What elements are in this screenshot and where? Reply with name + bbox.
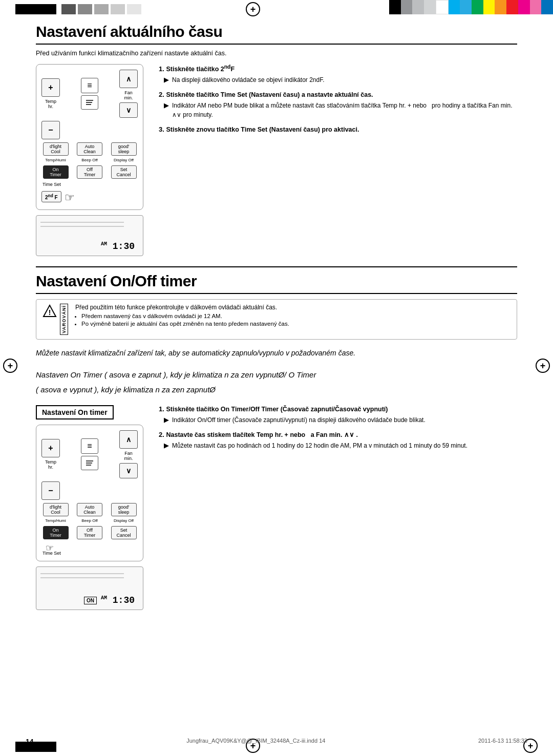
fan-down-btn[interactable]: ∨ (119, 102, 138, 118)
timeset-row-2: Time Set (41, 542, 138, 556)
page-footer: 14 Jungfrau_AQV09K&Y@@_IBIM_32448A_Cz-ii… (26, 738, 527, 746)
secondf-row: 2nd F ☞ (41, 189, 138, 204)
fan-col-2: ∧ Fanmin. ∨ (119, 430, 138, 478)
fan-up-btn[interactable]: ∧ (119, 70, 138, 88)
off-timer-btn[interactable]: OffTimer (77, 165, 102, 179)
steps-list-2: Stiskněte tlačítko On Timer/Off Timer (Č… (159, 405, 517, 450)
on-timer-btn-2[interactable]: OnTimer (43, 526, 69, 539)
ontimer-step2-title: Nastavte čas stiskem tlačítek Temp hr. +… (166, 431, 357, 438)
temphumi-label-2: Temp/Humi (45, 518, 66, 523)
display-line-4 (40, 577, 124, 578)
displayoff-cell-2: Display Off (110, 518, 138, 523)
ontimer-step-1: Stiskněte tlačítko On Timer/Off Timer (Č… (159, 405, 517, 425)
off-timer-cell: OffTimer (76, 165, 104, 179)
set-cancel-btn[interactable]: SetCancel (111, 165, 137, 179)
remote-sublabel-row: Temp/Humi Beep Off Display Off (41, 158, 138, 162)
timeset-label: Time Set (41, 182, 61, 187)
svg-text:!: ! (49, 308, 51, 317)
gray-bars-top (61, 4, 141, 14)
section-timer: Nastavení On/Off timer ! VAROVÁNÍ Před p… (36, 272, 517, 610)
footer-right: 2011-6-13 11:58:33 (478, 738, 527, 746)
display-am-1: AM (101, 241, 107, 247)
flow-icon-2: ≡ (81, 438, 98, 454)
set-cancel-btn-2[interactable]: SetCancel (111, 526, 137, 539)
fan-label-2: Fanmin. (124, 451, 133, 461)
ontimer-step2-detail: ▶ Můžete nastavit čas po hodinách od 1 h… (159, 441, 517, 450)
auto-btn[interactable]: AutoClean (77, 142, 102, 156)
remote2-label-row: d'lightCool AutoClean good'sleep (41, 503, 138, 516)
section1-layout: + Temphr. ≡ ∧ Fanmin. ∨ (36, 64, 517, 256)
on-timer-desc: Nastaven On Timer ( asova e zapnut ), kd… (36, 368, 517, 397)
ontimer-step1-title: Stiskněte tlačítko On Timer/Off Timer (Č… (166, 406, 388, 413)
dlight-btn-2[interactable]: d'lightCool (43, 503, 69, 516)
sleep-btn-2[interactable]: good'sleep (111, 503, 137, 516)
section-separator (36, 266, 517, 267)
display-time-2: AM 1:30 (101, 595, 139, 605)
remote-top-row: + Temphr. ≡ ∧ Fanmin. ∨ (41, 70, 138, 118)
displayoff-label-2: Display Off (114, 518, 134, 523)
display-am-2: AM (101, 595, 107, 601)
auto-btn-2[interactable]: AutoClean (77, 503, 102, 516)
warning-icon-area: ! VAROVÁNÍ (42, 304, 70, 335)
auto-cell: AutoClean (76, 142, 104, 156)
section1-title: Nastavení aktuálního času (36, 23, 517, 45)
ontimer-step-2: Nastavte čas stiskem tlačítek Temp hr. +… (159, 431, 517, 450)
temp-plus-btn[interactable]: + (41, 78, 60, 97)
warning-text: Před použitím této funkce překontrolujte… (75, 304, 289, 328)
display-time-value-2: 1:30 (113, 595, 135, 605)
temp-col: + Temphr. (41, 78, 60, 109)
sleep-btn[interactable]: good'sleep (111, 142, 137, 156)
displayoff-cell: Display Off (110, 158, 138, 162)
on-timer-cell: OnTimer (41, 165, 70, 179)
step2-detail: ▶ Indikátor AM nebo PM bude blikat a můž… (159, 101, 517, 119)
display-panel-1: AM 1:30 (36, 215, 143, 256)
remote-middle-row: − (41, 121, 138, 139)
section-time-set: Nastavení aktuálního času Před užíváním … (36, 23, 517, 256)
instructions-1: Stiskněte tlačítko 2ndF ▶ Na displeji dá… (159, 64, 517, 256)
timeset-row: Time Set (41, 182, 138, 187)
beepoff-label-2: Beep Off (81, 518, 97, 523)
steps-list-1: Stiskněte tlačítko 2ndF ▶ Na displeji dá… (159, 64, 517, 133)
section2-layout: Nastavení On timer + Temphr. ≡ (36, 405, 517, 610)
ontimer-step1-text: Indikátor On/Off timer (Časovače zapnutí… (172, 415, 426, 425)
on-timer-desc-line2: ( asova e vypnut ), kdy je klimatiza n z… (36, 383, 517, 397)
remote-timer-row: OnTimer OffTimer SetCancel (41, 165, 138, 179)
temphumi-cell-2: Temp/Humi (41, 518, 70, 523)
beepoff-cell-2: Beep Off (76, 518, 104, 523)
black-bar-tl (15, 4, 56, 14)
display-panel-2: ON AM 1:30 (36, 566, 143, 610)
fan-down-btn-2[interactable]: ∨ (119, 463, 138, 478)
display-line-3 (40, 573, 124, 574)
step-2: Stiskněte tlačítko Time Set (Nastavení č… (159, 91, 517, 119)
flow-col-2: ≡ (81, 438, 98, 470)
fan-up-btn-2[interactable]: ∧ (119, 430, 138, 449)
hand-icon-2: ☞ (46, 542, 54, 554)
display-time-1: AM 1:30 (40, 241, 139, 251)
temp-minus-btn-2[interactable]: − (41, 481, 60, 500)
ontimer-step2-text: Můžete nastavit čas po hodinách od 1 hod… (172, 441, 467, 450)
remote2-middle-row: − (41, 481, 138, 500)
on-timer-btn[interactable]: OnTimer (43, 165, 69, 179)
arrow-1: ▶ (164, 76, 169, 83)
dlight-btn[interactable]: d'lightCool (43, 142, 69, 156)
off-timer-btn-2[interactable]: OffTimer (77, 526, 102, 539)
dlight-cell-2: d'lightCool (41, 503, 70, 516)
secondf-btn[interactable]: 2nd F (41, 191, 61, 202)
temp-plus-btn-2[interactable]: + (41, 439, 60, 457)
on-indicator-display: ON (84, 597, 97, 604)
temp-minus-btn[interactable]: − (41, 121, 60, 139)
display-line-2 (40, 226, 124, 227)
hand-icon: ☞ (65, 191, 75, 204)
flow-icon: ≡ (81, 78, 98, 93)
step1-text: Na displeji dálkového ovládače se objeví… (172, 75, 325, 85)
registration-mark-top (246, 2, 260, 16)
temp-col-2: + Temphr. (41, 439, 60, 470)
section2-title: Nastavení On/Off timer (36, 272, 517, 294)
step1-detail: ▶ Na displeji dálkového ovládače se obje… (159, 75, 517, 85)
display-lines (40, 220, 139, 227)
display-bottom-2: ON AM 1:30 (40, 595, 139, 605)
instructions-2: Stiskněte tlačítko On Timer/Off Timer (Č… (159, 405, 517, 610)
ontimer-box: Nastavení On timer (36, 405, 114, 419)
display-line-1 (40, 222, 124, 223)
warning-box: ! VAROVÁNÍ Před použitím této funkce pře… (36, 299, 517, 340)
